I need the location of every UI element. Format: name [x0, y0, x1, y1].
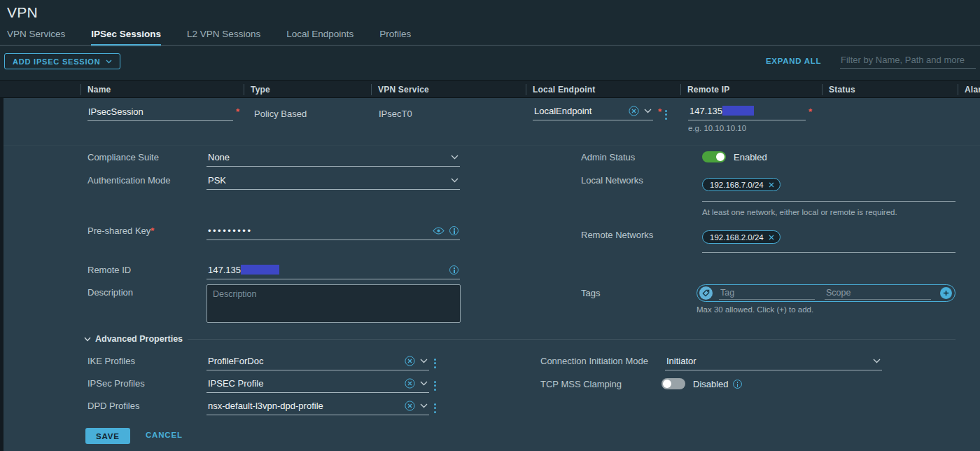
- local-networks-underline[interactable]: [702, 201, 955, 202]
- remote-networks-underline[interactable]: [702, 252, 955, 253]
- column-header-local-endpoint[interactable]: Local Endpoint: [533, 85, 595, 95]
- local-networks-label: Local Networks: [581, 175, 643, 186]
- advanced-properties-toggle[interactable]: Advanced Properties: [84, 334, 183, 344]
- ipsec-profiles-menu-icon[interactable]: [434, 379, 437, 392]
- chevron-down-icon[interactable]: [420, 381, 428, 386]
- ipsec-profiles-label: IPSec Profiles: [88, 378, 145, 389]
- compliance-suite-select[interactable]: None: [206, 150, 460, 167]
- ipsec-profiles-value: IPSEC Profile: [208, 378, 400, 389]
- tab-profiles[interactable]: Profiles: [379, 29, 411, 46]
- compliance-suite-value: None: [208, 152, 446, 162]
- chevron-down-icon: [451, 155, 458, 160]
- connection-initiation-mode-label: Connection Initiation Mode: [540, 356, 648, 366]
- session-type-value: Policy Based: [254, 109, 307, 119]
- required-marker: *: [236, 106, 239, 117]
- ike-profiles-menu-icon[interactable]: [434, 356, 437, 370]
- session-name-input[interactable]: [88, 105, 233, 121]
- column-divider: [244, 84, 244, 95]
- dpd-profiles-value: nsx-default-l3vpn-dpd-profile: [208, 401, 400, 411]
- info-icon[interactable]: [733, 380, 742, 389]
- ipsec-profiles-combobox[interactable]: IPSEC Profile: [206, 376, 429, 393]
- remove-chip-icon[interactable]: [769, 182, 774, 188]
- ike-profiles-value: ProfileForDoc: [208, 356, 400, 366]
- cancel-button[interactable]: CANCEL: [146, 431, 183, 439]
- tab-local-endpoints[interactable]: Local Endpoints: [286, 29, 354, 46]
- column-header-type[interactable]: Type: [251, 85, 270, 95]
- clear-selection-icon[interactable]: [405, 401, 415, 411]
- ipsec-session-edit-row: * Policy Based IPsecT0 LocalEndpoint * 1…: [0, 98, 980, 451]
- tab-vpn-services[interactable]: VPN Services: [7, 29, 65, 46]
- admin-status-value: Enabled: [734, 152, 767, 162]
- add-tag-icon[interactable]: [940, 287, 952, 299]
- ike-profiles-combobox[interactable]: ProfileForDoc: [206, 354, 429, 370]
- authentication-mode-label: Authentication Mode: [88, 175, 171, 186]
- tab-bar: VPN Services IPSec Sessions L2 VPN Sessi…: [7, 29, 411, 46]
- column-header-vpn-service[interactable]: VPN Service: [378, 85, 429, 95]
- column-divider: [680, 84, 681, 95]
- tag-icon: [699, 286, 713, 300]
- remove-chip-icon[interactable]: [769, 235, 774, 240]
- save-button[interactable]: SAVE: [85, 428, 130, 444]
- admin-status-label: Admin Status: [581, 152, 635, 162]
- column-divider: [371, 84, 372, 95]
- tag-input[interactable]: [719, 287, 815, 300]
- dpd-profiles-label: DPD Profiles: [88, 401, 139, 411]
- clear-selection-icon[interactable]: [629, 106, 639, 116]
- remote-id-label: Remote ID: [88, 265, 131, 275]
- required-marker: *: [808, 106, 812, 117]
- local-endpoint-menu-icon[interactable]: [665, 108, 668, 121]
- pre-shared-key-value: •••••••••: [208, 226, 428, 236]
- description-textarea[interactable]: [206, 284, 461, 323]
- tcp-mss-clamping-label: TCP MSS Clamping: [540, 379, 622, 389]
- remote-ip-hint: e.g. 10.10.10.10: [688, 124, 746, 132]
- required-marker: *: [658, 106, 662, 117]
- column-divider: [822, 84, 822, 95]
- tab-ipsec-sessions[interactable]: IPSec Sessions: [91, 29, 161, 46]
- chevron-down-icon[interactable]: [644, 109, 652, 113]
- chevron-down-icon: [873, 359, 881, 363]
- tcp-mss-clamping-toggle[interactable]: [662, 378, 685, 389]
- remote-ip-field[interactable]: 147.135: [688, 104, 806, 120]
- table-header: Name Type VPN Service Local Endpoint Rem…: [0, 80, 980, 98]
- column-header-name[interactable]: Name: [88, 85, 111, 95]
- info-icon[interactable]: [449, 265, 458, 275]
- tab-l2-vpn-sessions[interactable]: L2 VPN Sessions: [187, 29, 260, 46]
- dpd-profiles-menu-icon[interactable]: [434, 401, 437, 415]
- redacted-text: [722, 106, 754, 116]
- remote-id-value: 147.135: [208, 265, 444, 275]
- advanced-properties-label: Advanced Properties: [95, 334, 183, 344]
- chevron-down-icon: [84, 337, 91, 342]
- clear-selection-icon[interactable]: [405, 356, 415, 366]
- local-network-value: 192.168.7.0/24: [710, 181, 764, 189]
- redacted-text: [241, 265, 279, 275]
- filter-input[interactable]: [840, 53, 976, 69]
- admin-status-toggle[interactable]: [702, 151, 726, 162]
- description-label: Description: [88, 287, 133, 298]
- column-header-alarms[interactable]: Alarms: [965, 85, 980, 95]
- local-endpoint-combobox[interactable]: LocalEndpoint: [533, 104, 653, 120]
- connection-initiation-mode-select[interactable]: Initiator: [665, 354, 882, 370]
- info-icon[interactable]: [449, 226, 458, 235]
- authentication-mode-select[interactable]: PSK: [206, 173, 460, 190]
- add-ipsec-session-button[interactable]: ADD IPSEC SESSION: [4, 53, 120, 69]
- local-endpoint-value: LocalEndpoint: [534, 106, 624, 116]
- remote-ip-value: 147.135: [690, 106, 804, 116]
- local-networks-hint: At least one network, either local or re…: [702, 208, 897, 216]
- scope-input[interactable]: [825, 287, 931, 300]
- column-divider: [526, 84, 526, 95]
- chevron-down-icon: [451, 178, 458, 183]
- chevron-down-icon[interactable]: [420, 403, 428, 408]
- tcp-mss-clamping-value: Disabled: [693, 379, 742, 389]
- column-header-status[interactable]: Status: [829, 85, 855, 95]
- dpd-profiles-combobox[interactable]: nsx-default-l3vpn-dpd-profile: [206, 398, 429, 415]
- show-password-eye-icon[interactable]: [433, 227, 444, 235]
- connection-initiation-mode-value: Initiator: [666, 356, 868, 366]
- expand-all-button[interactable]: EXPAND ALL: [766, 57, 821, 65]
- chevron-down-icon[interactable]: [420, 359, 428, 363]
- filter-field: [840, 53, 976, 69]
- column-header-remote-ip[interactable]: Remote IP: [687, 85, 729, 95]
- chevron-down-icon: [106, 60, 112, 64]
- pre-shared-key-field[interactable]: •••••••••: [206, 223, 460, 240]
- clear-selection-icon[interactable]: [405, 378, 415, 389]
- remote-id-field[interactable]: 147.135: [206, 263, 460, 279]
